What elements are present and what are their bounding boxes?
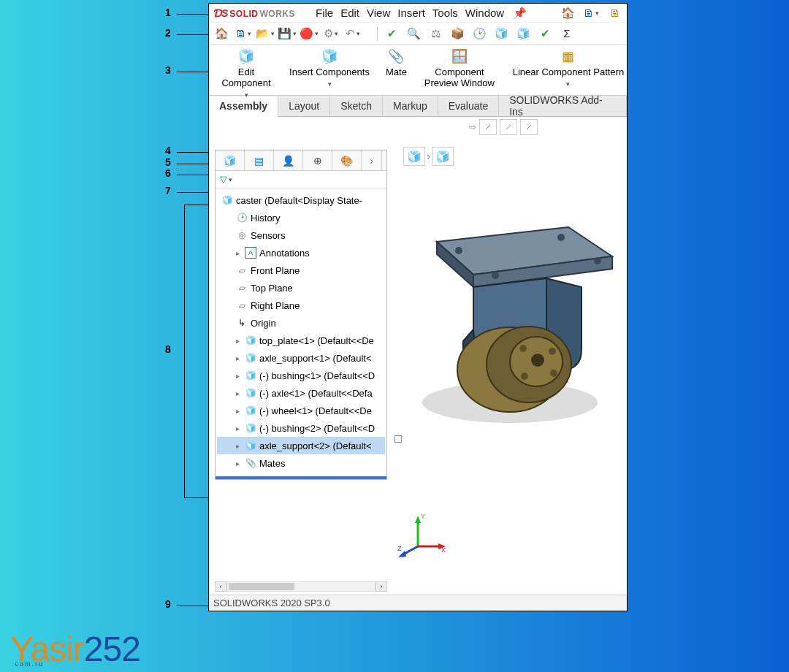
callout-2: 2 (165, 27, 171, 39)
home-icon[interactable]: 🏠 (213, 26, 229, 42)
tab-sketch[interactable]: Sketch (330, 96, 383, 116)
new-doc-icon[interactable]: 🗎 (235, 26, 251, 42)
cube-icon: 🧊 (224, 155, 236, 167)
rebuild-icon[interactable]: ✔ (384, 26, 400, 42)
mates-icon: 📎 (245, 457, 256, 469)
tree-part[interactable]: ▸🧊(-) axle<1> (Default<<Defa (217, 384, 385, 402)
part-icon: 🧊 (245, 440, 256, 451)
balance-icon[interactable]: ⚖ (427, 26, 443, 42)
part-icon: 🧊 (245, 422, 256, 434)
insert-components-button[interactable]: 🧊 Insert Components ▾ (282, 46, 377, 91)
options-icon[interactable]: ⚙ (323, 26, 339, 42)
fm-tab-dim[interactable]: ⊕ (303, 150, 332, 170)
tree-part[interactable]: ▸🧊(-) wheel<1> (Default<<De (217, 402, 385, 419)
sigma-icon[interactable]: Σ (559, 26, 575, 42)
tree-history[interactable]: 🕑 History (217, 209, 385, 226)
breadcrumb-part-icon[interactable]: 🧊 (432, 147, 454, 166)
graphics-area[interactable]: ⇨ ⟋ ⟋ ⟋ 🧊 › 🧊 (393, 118, 627, 595)
fm-tab-config[interactable]: 👤 (274, 150, 303, 170)
scroll-left-icon[interactable]: ‹ (215, 581, 226, 592)
tab-layout[interactable]: Layout (278, 96, 330, 116)
callout-9: 9 (165, 598, 171, 610)
menu-edit[interactable]: Edit (340, 7, 359, 19)
linear-pattern-button[interactable]: ▦ Linear Component Pattern ▾ (506, 46, 628, 91)
tree-part[interactable]: ▸🧊axle_support<1> (Default< (217, 349, 385, 367)
print-icon[interactable]: 🔴 (301, 26, 317, 42)
menu-window[interactable]: Window (465, 7, 504, 19)
tab-markup[interactable]: Markup (383, 96, 438, 116)
svg-point-6 (594, 257, 601, 264)
tree-top-plane[interactable]: ▱ Top Plane (217, 279, 385, 297)
menu-insert[interactable]: Insert (397, 7, 425, 19)
view-icon[interactable]: ⟋ (520, 119, 538, 135)
insert-components-icon: 🧊 (320, 47, 339, 65)
zoom-icon[interactable]: 🔍 (405, 26, 422, 42)
tree-part-selected[interactable]: ▸🧊axle_support<2> (Default< (217, 437, 385, 454)
status-bar: SOLIDWORKS 2020 SP3.0 (209, 595, 627, 611)
tab-addins[interactable]: SOLIDWORKS Add-Ins (499, 96, 627, 116)
box-icon[interactable]: 📦 (449, 26, 465, 42)
tree-part[interactable]: ▸🧊(-) bushing<1> (Default<<D (217, 367, 385, 384)
tab-assembly[interactable]: Assembly (209, 96, 278, 117)
assembly-icon: 🧊 (221, 194, 233, 206)
command-manager: 🧊 Edit Component ▾ 🧊 Insert Components ▾… (209, 45, 627, 96)
tree-origin[interactable]: ↳ Origin (217, 314, 385, 332)
component-preview-button[interactable]: 🪟 Component Preview Window (416, 46, 503, 90)
arrow-right-icon[interactable]: ⇨ (469, 122, 476, 132)
tree-front-plane[interactable]: ▱ Front Plane (217, 261, 385, 279)
plane-icon: ▱ (236, 299, 248, 311)
cube2-icon[interactable]: 🧊 (515, 26, 531, 42)
more-icon[interactable]: 🗎 (606, 5, 622, 21)
tree-part[interactable]: ▸🧊(-) bushing<2> (Default<<D (217, 419, 385, 437)
menu-tools[interactable]: Tools (432, 7, 458, 19)
svg-point-5 (557, 234, 565, 241)
edit-component-button[interactable]: 🧊 Edit Component ▾ (213, 46, 279, 102)
svg-point-11 (531, 354, 544, 367)
cube-icon[interactable]: 🧊 (493, 26, 509, 42)
callout-8: 8 (165, 343, 171, 355)
orientation-triad[interactable]: Y X Z (396, 510, 447, 561)
chevron-right-icon[interactable]: ▸ (236, 249, 242, 257)
tree-annotations[interactable]: ▸ A Annotations (217, 244, 385, 261)
tree-mates[interactable]: ▸📎Mates (217, 454, 385, 472)
svg-text:X: X (441, 546, 446, 554)
feature-manager-tabs: 🧊 ▤ 👤 ⊕ 🎨 › (216, 150, 386, 171)
tree-root[interactable]: 🧊 caster (Default<Display State- (217, 191, 385, 209)
view-icon[interactable]: ⟋ (479, 119, 497, 135)
check-icon[interactable]: ✔ (537, 26, 553, 42)
watermark-logo: Yasir252 .com.ru (10, 629, 140, 668)
fm-tab-property[interactable]: ▤ (245, 150, 274, 170)
tree-horizontal-scrollbar[interactable]: ‹ › (215, 581, 387, 592)
menu-file[interactable]: File (316, 7, 333, 19)
part-icon: 🧊 (245, 352, 256, 364)
open-icon[interactable]: 📂 (257, 26, 273, 42)
svg-point-15 (521, 373, 528, 380)
mate-button[interactable]: 📎 Mate (380, 46, 413, 79)
fm-tab-more[interactable]: › (362, 150, 382, 170)
scroll-right-icon[interactable]: › (376, 581, 387, 592)
list-icon: ▤ (254, 155, 264, 167)
tree-right-plane[interactable]: ▱ Right Plane (217, 297, 385, 314)
save-icon[interactable]: 💾 (279, 26, 295, 42)
tree-filter[interactable]: ▽ ▾ (216, 171, 386, 188)
callout-6: 6 (165, 167, 171, 179)
tree-part[interactable]: ▸🧊top_plate<1> (Default<<De (217, 332, 385, 349)
plane-icon: ▱ (236, 282, 248, 294)
menu-view[interactable]: View (367, 7, 390, 19)
main-area: ○ 🧊 ▤ 👤 ⊕ 🎨 › ▽ ▾ 🧊 caster (Default<Disp… (209, 118, 627, 595)
svg-marker-17 (415, 516, 421, 523)
edge-marker (394, 435, 402, 443)
origin-icon: ↳ (236, 317, 248, 329)
callout-5: 5 (165, 156, 171, 168)
fm-tab-appearance[interactable]: 🎨 (332, 150, 362, 170)
tab-evaluate[interactable]: Evaluate (438, 96, 499, 116)
new-icon[interactable]: 🗎 (583, 5, 599, 21)
pin-icon[interactable]: 📌 (511, 5, 527, 21)
fm-tab-tree[interactable]: 🧊 (216, 150, 245, 170)
home-icon[interactable]: 🏠 (560, 5, 576, 21)
tree-sensors[interactable]: ◎ Sensors (217, 226, 385, 244)
undo-icon[interactable]: ↶ (345, 26, 361, 42)
view-icon[interactable]: ⟋ (500, 119, 517, 135)
breadcrumb-assembly-icon[interactable]: 🧊 (403, 147, 425, 166)
clock-icon[interactable]: 🕑 (471, 26, 487, 42)
